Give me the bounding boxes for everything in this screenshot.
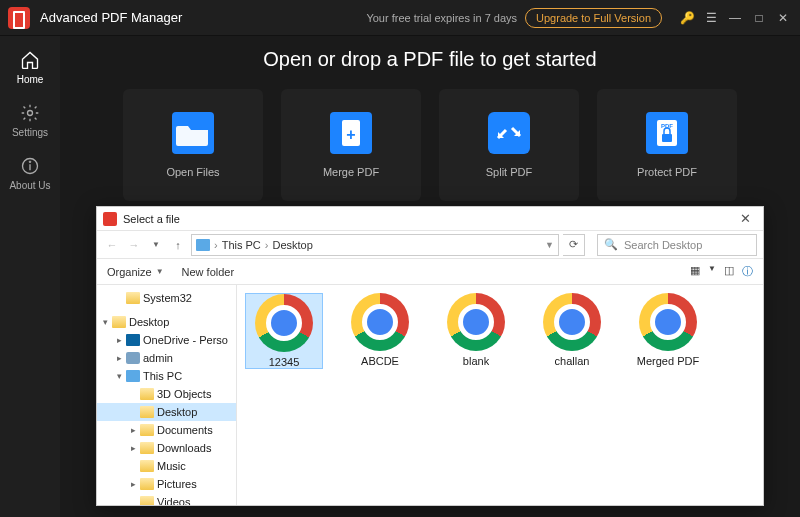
breadcrumb-root[interactable]: This PC	[222, 239, 261, 251]
file-item[interactable]: ABCDE	[341, 293, 419, 367]
card-label: Merge PDF	[323, 166, 379, 178]
nav-up-button[interactable]: ↑	[169, 236, 187, 254]
dialog-title: Select a file	[123, 213, 180, 225]
svg-point-0	[27, 111, 32, 116]
folder-icon	[126, 292, 140, 304]
folder-icon	[140, 406, 154, 418]
tree-node[interactable]: Videos	[97, 493, 236, 505]
folder-icon	[140, 460, 154, 472]
chrome-html-icon	[255, 294, 313, 352]
breadcrumb-current[interactable]: Desktop	[272, 239, 312, 251]
card-protect-pdf[interactable]: PDF Protect PDF	[597, 89, 737, 201]
trial-text: Your free trial expires in 7 days	[366, 12, 517, 24]
user-icon	[126, 352, 140, 364]
tree-node-label: Desktop	[157, 406, 197, 418]
address-bar[interactable]: › This PC › Desktop ▼	[191, 234, 559, 256]
tree-node[interactable]: ▸admin	[97, 349, 236, 367]
refresh-button[interactable]: ⟳	[563, 234, 585, 256]
breadcrumb-sep: ›	[214, 239, 218, 251]
gear-icon	[20, 103, 40, 123]
view-mode-button[interactable]: ▦	[690, 264, 700, 279]
nav-back-button[interactable]: ←	[103, 236, 121, 254]
new-folder-button[interactable]: New folder	[182, 266, 235, 278]
tree-twist-icon[interactable]: ▸	[115, 335, 123, 345]
card-label: Open Files	[166, 166, 219, 178]
tree-twist-icon[interactable]: ▸	[129, 443, 137, 453]
tree-twist-icon[interactable]: ▸	[115, 353, 123, 363]
breadcrumb-sep: ›	[265, 239, 269, 251]
file-item[interactable]: challan	[533, 293, 611, 367]
search-icon: 🔍	[604, 238, 618, 251]
card-open-files[interactable]: Open Files	[123, 89, 263, 201]
file-item[interactable]: blank	[437, 293, 515, 367]
nav-forward-button[interactable]: →	[125, 236, 143, 254]
new-folder-label: New folder	[182, 266, 235, 278]
view-mode-chevron-icon[interactable]: ▼	[708, 264, 716, 279]
tree-node[interactable]: ▸OneDrive - Perso	[97, 331, 236, 349]
folder-icon	[140, 496, 154, 505]
nav-recent-dropdown[interactable]: ▼	[147, 236, 165, 254]
dialog-close-button[interactable]: ✕	[734, 211, 757, 226]
folder-icon	[112, 316, 126, 328]
sidebar: Home Settings About Us	[0, 36, 60, 517]
sidebar-item-label: Home	[17, 74, 44, 85]
menu-icon[interactable]: ☰	[702, 11, 720, 25]
tree-node[interactable]: ▸Documents	[97, 421, 236, 439]
dialog-toolbar: Organize ▼ New folder ▦ ▼ ◫ ⓘ	[97, 259, 763, 285]
split-pdf-icon	[488, 112, 530, 154]
tree-twist-icon[interactable]: ▸	[129, 425, 137, 435]
folder-icon	[140, 478, 154, 490]
key-icon[interactable]: 🔑	[678, 11, 696, 25]
od-icon	[126, 334, 140, 346]
tree-twist-icon[interactable]: ▾	[101, 317, 109, 327]
svg-point-3	[29, 161, 31, 163]
tree-node[interactable]: System32	[97, 289, 236, 307]
tree-node[interactable]: ▸Downloads	[97, 439, 236, 457]
search-input[interactable]: 🔍 Search Desktop	[597, 234, 757, 256]
app-title: Advanced PDF Manager	[40, 10, 182, 25]
app-logo-icon	[8, 7, 30, 29]
open-files-icon	[172, 112, 214, 154]
folder-tree[interactable]: System32▾Desktop▸OneDrive - Perso▸admin▾…	[97, 285, 237, 505]
maximize-button[interactable]: □	[750, 11, 768, 25]
tree-twist-icon[interactable]: ▾	[115, 371, 123, 381]
tree-node-label: System32	[143, 292, 192, 304]
dialog-app-icon	[103, 212, 117, 226]
sidebar-item-settings[interactable]: Settings	[12, 103, 48, 138]
file-name: blank	[463, 355, 489, 367]
tree-node-label: Music	[157, 460, 186, 472]
minimize-button[interactable]: —	[726, 11, 744, 25]
svg-rect-10	[662, 134, 672, 142]
tree-node-label: This PC	[143, 370, 182, 382]
upgrade-button[interactable]: Upgrade to Full Version	[525, 8, 662, 28]
chrome-html-icon	[639, 293, 697, 351]
close-button[interactable]: ✕	[774, 11, 792, 25]
sidebar-item-label: Settings	[12, 127, 48, 138]
organize-menu[interactable]: Organize ▼	[107, 266, 164, 278]
sidebar-item-about[interactable]: About Us	[9, 156, 50, 191]
file-item[interactable]: 12345	[245, 293, 323, 369]
tree-node[interactable]: ▾Desktop	[97, 313, 236, 331]
search-placeholder: Search Desktop	[624, 239, 702, 251]
help-button[interactable]: ⓘ	[742, 264, 753, 279]
tree-node[interactable]: Music	[97, 457, 236, 475]
file-list[interactable]: 12345ABCDEblankchallanMerged PDF	[237, 285, 763, 505]
home-icon	[20, 50, 40, 70]
card-split-pdf[interactable]: Split PDF	[439, 89, 579, 201]
chevron-down-icon[interactable]: ▼	[545, 240, 554, 250]
tree-twist-icon[interactable]: ▸	[129, 479, 137, 489]
tree-node[interactable]: Desktop	[97, 403, 236, 421]
action-cards: Open Files + Merge PDF Split PDF PDF Pro…	[123, 89, 737, 201]
tree-node[interactable]: 3D Objects	[97, 385, 236, 403]
tree-node[interactable]: ▾This PC	[97, 367, 236, 385]
card-merge-pdf[interactable]: + Merge PDF	[281, 89, 421, 201]
file-item[interactable]: Merged PDF	[629, 293, 707, 367]
preview-pane-button[interactable]: ◫	[724, 264, 734, 279]
svg-text:+: +	[346, 126, 355, 143]
folder-icon	[140, 388, 154, 400]
tree-node-label: Pictures	[157, 478, 197, 490]
sidebar-item-home[interactable]: Home	[17, 50, 44, 85]
tree-node-label: Desktop	[129, 316, 169, 328]
tree-node[interactable]: ▸Pictures	[97, 475, 236, 493]
chrome-html-icon	[351, 293, 409, 351]
